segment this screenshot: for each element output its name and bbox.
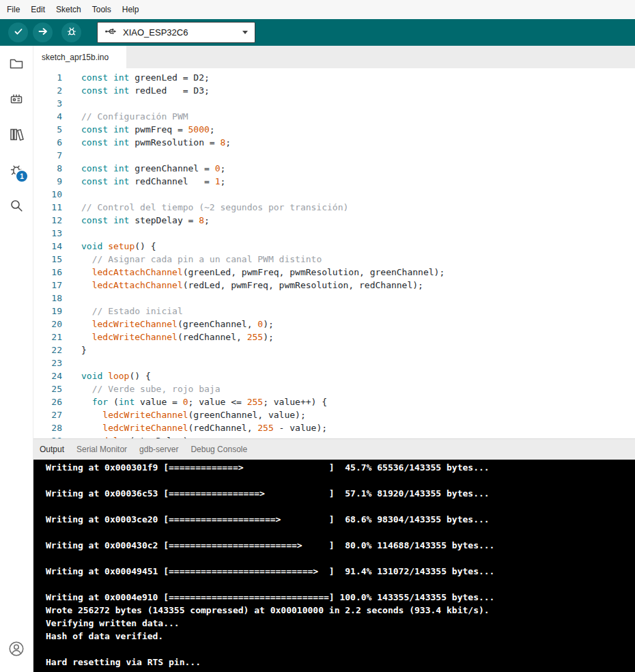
code-text: const int greenLed = D2; <box>62 71 210 84</box>
code-text: ledcAttachChannel(greenLed, pwmFreq, pwm… <box>62 266 444 279</box>
code-line: 12const int stepDelay = 8; <box>33 214 635 227</box>
code-text: const int redChannel = 1; <box>62 175 225 188</box>
sidebar-item-boards-manager[interactable] <box>0 81 33 117</box>
panel-tab-debug-console[interactable]: Debug Console <box>184 445 253 454</box>
code-line: 5const int pwmFreq = 5000; <box>33 123 635 136</box>
sidebar: 1 <box>0 46 33 672</box>
line-number: 18 <box>33 292 62 305</box>
line-number: 9 <box>33 175 62 188</box>
menu-item-tools[interactable]: Tools <box>87 5 117 14</box>
debug-button[interactable] <box>61 23 81 42</box>
code-text <box>62 149 81 162</box>
editor-tabbar: sketch_apr15b.ino <box>33 46 635 68</box>
line-number: 2 <box>33 84 62 97</box>
line-number: 12 <box>33 214 62 227</box>
code-text: // Asignar cada pin a un canal PWM disti… <box>62 253 322 266</box>
tab-sketch[interactable]: sketch_apr15b.ino <box>33 46 126 68</box>
line-number: 1 <box>33 71 62 84</box>
folder-icon <box>8 55 25 72</box>
debug-notification-badge: 1 <box>15 169 29 183</box>
panel-tab-output[interactable]: Output <box>33 445 70 454</box>
code-line: 17 ledcAttachChannel(redLed, pwmFreq, pw… <box>33 279 635 292</box>
code-lines: 1const int greenLed = D2;2const int redL… <box>33 71 635 438</box>
console-line: Writing at 0x0003ce20 [=================… <box>46 513 635 526</box>
board-selector-label: XIAO_ESP32C6 <box>123 27 188 38</box>
code-line: 4// Configuración PWM <box>33 110 635 123</box>
code-line: 19 // Estado inicial <box>33 305 635 318</box>
console-line: Hard resetting via RTS pin... <box>46 656 635 669</box>
code-text: // Control del tiempo (~2 segundos por t… <box>62 201 348 214</box>
code-text: ledcAttachChannel(redLed, pwmFreq, pwmRe… <box>62 279 423 292</box>
account-icon <box>8 640 25 658</box>
line-number: 15 <box>33 253 62 266</box>
code-text: void setup() { <box>62 240 156 253</box>
code-line: 22} <box>33 344 635 356</box>
console-line: Hash of data verified. <box>46 630 635 643</box>
console-output: Writing at 0x000301f9 [=============> ] … <box>33 460 635 672</box>
code-text: const int pwmResolution = 8; <box>62 136 231 149</box>
toolbar: XIAO_ESP32C6 <box>0 19 635 46</box>
line-number: 10 <box>33 188 62 201</box>
console-line <box>46 474 635 487</box>
line-number: 20 <box>33 318 62 331</box>
arrow-right-icon <box>38 26 48 40</box>
code-text <box>62 188 81 201</box>
line-number: 14 <box>33 240 62 253</box>
panel-tab-gdb-server[interactable]: gdb-server <box>133 445 184 454</box>
code-line: 10 <box>33 188 635 201</box>
code-text: } <box>62 344 87 356</box>
menu-item-edit[interactable]: Edit <box>25 5 51 14</box>
menu-item-sketch[interactable]: Sketch <box>51 5 87 14</box>
code-line: 25 // Verde sube, rojo baja <box>33 382 635 395</box>
code-text: ledcWriteChannel(greenChannel, 0); <box>62 318 274 331</box>
code-editor[interactable]: 1const int greenLed = D2;2const int redL… <box>33 68 635 438</box>
sidebar-item-account[interactable] <box>0 631 33 667</box>
line-number: 4 <box>33 110 62 123</box>
console-line <box>46 578 635 591</box>
sidebar-item-debug[interactable]: 1 <box>0 152 33 188</box>
sidebar-item-sketchbook[interactable] <box>0 46 33 81</box>
code-line: 8const int greenChannel = 0; <box>33 162 635 175</box>
menu-item-help[interactable]: Help <box>117 5 145 14</box>
code-line: 6const int pwmResolution = 8; <box>33 136 635 149</box>
line-number: 13 <box>33 227 62 240</box>
console-line: Writing at 0x00036c53 [=================… <box>46 487 635 500</box>
console-line <box>46 526 635 539</box>
console-line: Writing at 0x0004e910 [=================… <box>46 591 635 604</box>
code-text: for (int value = 0; value <= 255; value+… <box>62 395 327 408</box>
sidebar-item-library-manager[interactable] <box>0 117 33 152</box>
code-text: void loop() { <box>62 369 151 382</box>
code-line: 18 <box>33 292 635 305</box>
line-number: 28 <box>33 421 62 434</box>
menu-item-file[interactable]: File <box>1 5 25 14</box>
search-icon <box>8 197 25 214</box>
code-line: 15 // Asignar cada pin a un canal PWM di… <box>33 253 635 266</box>
code-text: const int redLed = D3; <box>62 84 210 97</box>
code-line: 14void setup() { <box>33 240 635 253</box>
console-line <box>46 552 635 565</box>
line-number: 24 <box>33 369 62 382</box>
code-line: 26 for (int value = 0; value <= 255; val… <box>33 395 635 408</box>
sidebar-item-search[interactable] <box>0 188 33 223</box>
line-number: 8 <box>33 162 62 175</box>
code-text: const int greenChannel = 0; <box>62 162 225 175</box>
code-text: const int stepDelay = 8; <box>62 214 210 227</box>
code-line: 20 ledcWriteChannel(greenChannel, 0); <box>33 318 635 331</box>
code-text: // Configuración PWM <box>62 110 188 123</box>
code-line: 3 <box>33 97 635 110</box>
line-number: 6 <box>33 136 62 149</box>
code-line: 24void loop() { <box>33 369 635 382</box>
console-line: Writing at 0x000430c2 [=================… <box>46 539 635 552</box>
line-number: 17 <box>33 279 62 292</box>
library-books-icon <box>8 126 25 143</box>
line-number: 21 <box>33 331 62 344</box>
line-number: 11 <box>33 201 62 214</box>
verify-button[interactable] <box>8 23 28 42</box>
panel-tab-serial-monitor[interactable]: Serial Monitor <box>70 445 133 454</box>
board-selector[interactable]: XIAO_ESP32C6 <box>97 22 255 43</box>
code-line: 13 <box>33 227 635 240</box>
code-text: ledcWriteChannel(greenChannel, value); <box>62 408 306 421</box>
code-line: 21 ledcWriteChannel(redChannel, 255); <box>33 331 635 344</box>
upload-button[interactable] <box>33 23 53 42</box>
menubar: FileEditSketchToolsHelp <box>0 0 635 19</box>
